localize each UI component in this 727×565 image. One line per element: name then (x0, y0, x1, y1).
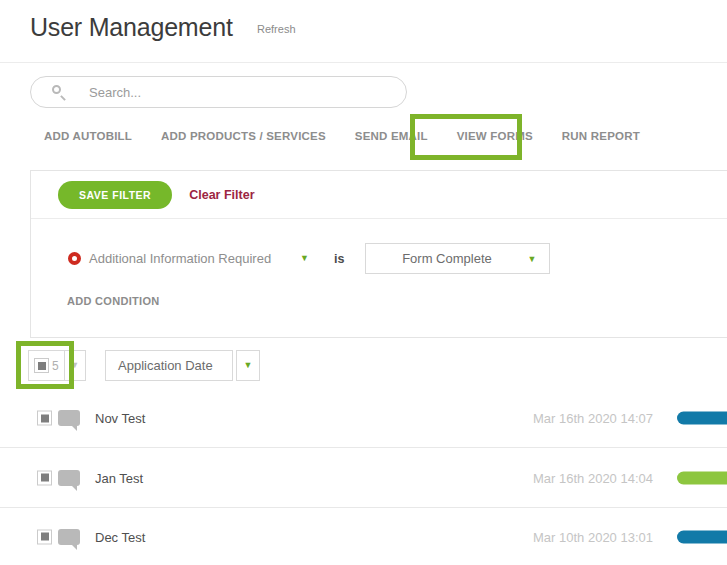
condition-value-label: Form Complete (402, 251, 492, 266)
row-date: Mar 10th 2020 13:01 (533, 529, 653, 544)
table-row[interactable]: Jan Test Mar 16th 2020 14:04 (0, 448, 727, 508)
status-pill (677, 530, 727, 543)
table-row[interactable]: Nov Test Mar 16th 2020 14:07 (0, 389, 727, 448)
tab-add-products-services[interactable]: ADD PRODUCTS / SERVICES (161, 130, 326, 142)
status-pill (677, 412, 727, 425)
row-date: Mar 16th 2020 14:04 (533, 470, 653, 485)
tab-add-autobill[interactable]: ADD AUTOBILL (44, 130, 132, 142)
row-date: Mar 16th 2020 14:07 (533, 411, 653, 426)
row-checkbox[interactable] (37, 470, 52, 485)
condition-value-select[interactable]: Form Complete ▼ (365, 243, 550, 274)
select-all-dropdown[interactable]: ▼ (64, 351, 85, 380)
header-divider (0, 62, 727, 63)
row-checkbox[interactable] (37, 411, 52, 426)
row-name: Nov Test (95, 411, 145, 426)
condition-operator: is (334, 252, 344, 266)
select-all-main: 5 (29, 351, 64, 380)
tab-bar: ADD AUTOBILL ADD PRODUCTS / SERVICES SEN… (44, 130, 640, 142)
row-name: Dec Test (95, 529, 145, 544)
row-name: Jan Test (95, 470, 143, 485)
add-condition-button[interactable]: ADD CONDITION (67, 295, 160, 307)
sort-direction-dropdown[interactable]: ▼ (236, 350, 260, 381)
chat-bubble-icon[interactable] (58, 410, 80, 426)
filter-panel-header: SAVE FILTER Clear Filter (31, 171, 727, 219)
search-box (30, 76, 407, 108)
search-icon (52, 85, 61, 94)
table-row[interactable]: Dec Test Mar 10th 2020 13:01 (0, 508, 727, 565)
selected-count: 5 (52, 359, 59, 373)
chevron-down-icon[interactable]: ▼ (300, 254, 309, 263)
row-checkbox[interactable] (37, 529, 52, 544)
refresh-link[interactable]: Refresh (257, 23, 296, 35)
chat-bubble-icon[interactable] (58, 470, 80, 486)
tab-send-email[interactable]: SEND EMAIL (355, 130, 428, 142)
sort-by-label: Application Date (118, 358, 213, 373)
filter-condition-row: Additional Information Required ▼ is For… (68, 243, 550, 274)
search-input[interactable] (31, 77, 406, 107)
sort-by-select[interactable]: Application Date (105, 350, 233, 381)
select-all-checkbox[interactable] (34, 358, 49, 373)
select-all-control[interactable]: 5 ▼ (28, 350, 86, 381)
clear-filter-link[interactable]: Clear Filter (189, 188, 254, 202)
tab-view-forms[interactable]: VIEW FORMS (457, 130, 533, 142)
chat-bubble-icon[interactable] (58, 529, 80, 545)
tab-run-report[interactable]: RUN REPORT (562, 130, 640, 142)
condition-remove-icon[interactable] (68, 252, 81, 265)
status-pill (677, 471, 727, 484)
save-filter-button[interactable]: SAVE FILTER (58, 181, 172, 209)
condition-field-label: Additional Information Required (89, 251, 271, 266)
page-title: User Management (30, 13, 233, 42)
chevron-down-icon: ▼ (70, 361, 79, 370)
chevron-down-icon: ▼ (528, 255, 537, 264)
chevron-down-icon: ▼ (244, 361, 253, 370)
